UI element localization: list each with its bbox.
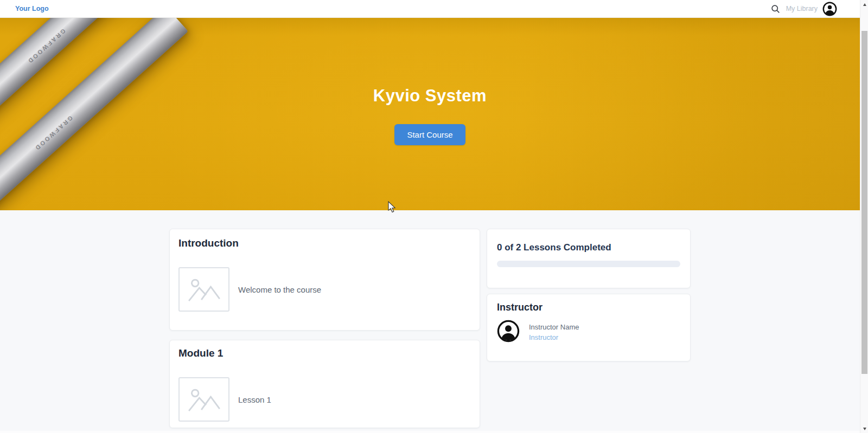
instructor-role-link[interactable]: Instructor: [529, 333, 579, 341]
search-icon[interactable]: [770, 3, 781, 14]
start-course-button[interactable]: Start Course: [394, 124, 465, 145]
scrollbar-down-arrow[interactable]: [860, 424, 868, 433]
instructor-heading: Instructor: [497, 302, 680, 313]
instructor-avatar-icon: [497, 320, 520, 345]
hero-content: Kyvio System Start Course: [0, 18, 860, 145]
scrollbar-thumb[interactable]: [861, 31, 867, 374]
progress-bar: [497, 261, 680, 267]
lesson-thumbnail: [178, 267, 229, 312]
instructor-row: Instructor Name Instructor: [497, 320, 680, 345]
hero-banner: GRAFWOOD GRAFWOOD Kyvio System Start Cou…: [0, 18, 860, 210]
image-placeholder-icon: [187, 386, 221, 412]
course-title: Kyvio System: [373, 86, 487, 106]
progress-label: 0 of 2 Lessons Completed: [497, 242, 680, 253]
top-navbar: Your Logo My Library: [0, 0, 860, 18]
module-title: Introduction: [178, 237, 471, 250]
lesson-thumbnail: [178, 377, 229, 422]
instructor-meta: Instructor Name Instructor: [529, 323, 579, 341]
progress-card: 0 of 2 Lessons Completed: [487, 229, 691, 288]
sidebar-column: 0 of 2 Lessons Completed Instructor: [487, 229, 691, 361]
lesson-item[interactable]: Welcome to the course: [178, 267, 471, 312]
lesson-item[interactable]: Lesson 1: [178, 377, 471, 422]
module-card-module-1: Module 1 Lesson 1: [169, 340, 480, 428]
main-content: Introduction Welcome to the course Modul…: [169, 229, 691, 428]
navbar-right-group: My Library: [770, 2, 837, 16]
horizontal-scrollbar-track[interactable]: [0, 431, 860, 433]
module-card-introduction: Introduction Welcome to the course: [169, 229, 480, 331]
page-viewport: Your Logo My Library GRAFWOOD: [0, 0, 860, 433]
module-title: Module 1: [178, 347, 471, 360]
modules-column: Introduction Welcome to the course Modul…: [169, 229, 480, 428]
lesson-label: Welcome to the course: [238, 285, 321, 294]
my-library-link[interactable]: My Library: [786, 5, 818, 12]
instructor-name: Instructor Name: [529, 323, 579, 331]
image-placeholder-icon: [187, 276, 221, 302]
account-avatar-icon[interactable]: [822, 2, 837, 16]
instructor-card: Instructor Instructor Name Instructor: [487, 294, 691, 361]
logo-link[interactable]: Your Logo: [15, 5, 49, 12]
lesson-label: Lesson 1: [238, 395, 271, 404]
scrollbar-up-arrow[interactable]: [860, 0, 868, 9]
vertical-scrollbar: [860, 0, 868, 433]
